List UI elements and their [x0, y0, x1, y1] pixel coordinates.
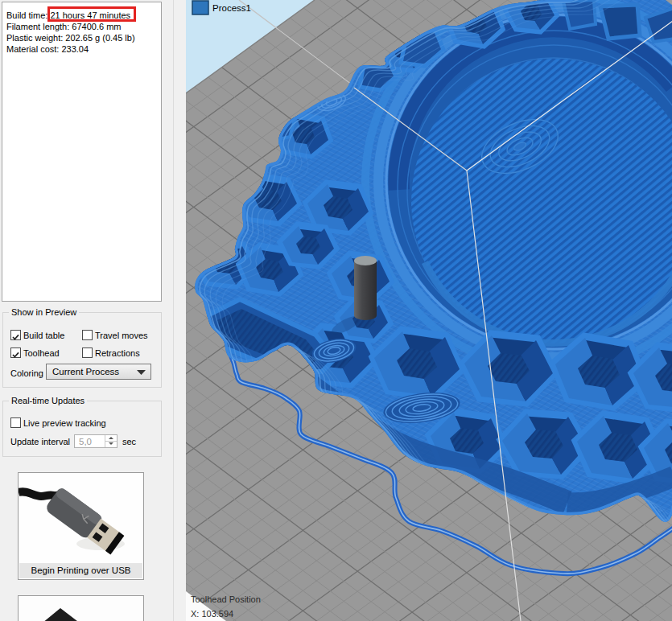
svg-text:Process1: Process1	[212, 3, 251, 13]
svg-text:X: 103.594: X: 103.594	[191, 609, 233, 619]
svg-text:Toolhead Position: Toolhead Position	[191, 594, 261, 604]
